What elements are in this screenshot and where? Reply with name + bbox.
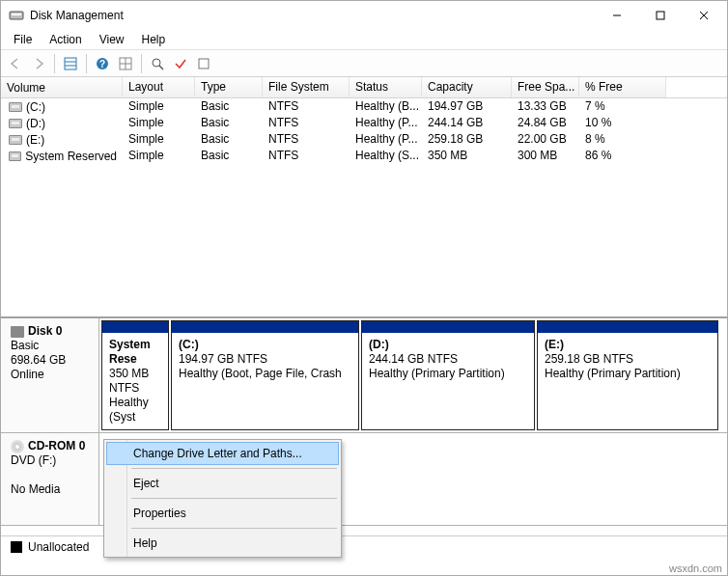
partition-size: 194.97 GB NTFS bbox=[179, 352, 267, 366]
partition-size: 244.14 GB NTFS bbox=[369, 352, 458, 366]
partition-header-bar bbox=[362, 321, 534, 333]
legend-swatch-unallocated bbox=[11, 541, 22, 553]
pct-cell: 8 % bbox=[579, 131, 666, 148]
volume-header-row: Volume Layout Type File System Status Ca… bbox=[1, 77, 727, 98]
volume-name: (E:) bbox=[26, 133, 44, 147]
list-view-icon[interactable] bbox=[60, 53, 81, 74]
free-cell: 300 MB bbox=[512, 148, 579, 164]
context-menu-separator bbox=[131, 528, 337, 529]
back-icon[interactable] bbox=[5, 53, 26, 74]
type-cell: Basic bbox=[195, 148, 263, 164]
table-row[interactable]: (E:)SimpleBasicNTFSHealthy (P...259.18 G… bbox=[1, 131, 727, 148]
disk-info-line: No Media bbox=[11, 482, 91, 497]
partition-header-bar bbox=[102, 321, 168, 333]
partition-title: (C:) bbox=[179, 338, 199, 351]
partition[interactable]: (E:)259.18 GB NTFSHealthy (Primary Parti… bbox=[537, 320, 718, 430]
fs-cell: NTFS bbox=[263, 131, 350, 148]
disk-info-line: 698.64 GB bbox=[11, 353, 91, 368]
partition-title: (D:) bbox=[369, 338, 389, 351]
pct-cell: 10 % bbox=[579, 115, 666, 131]
capacity-cell: 194.97 GB bbox=[422, 98, 512, 115]
disk-title: CD-ROM 0 bbox=[28, 439, 85, 453]
partition-size: 350 MB NTFS bbox=[109, 367, 149, 395]
drive-icon bbox=[9, 151, 21, 161]
capacity-cell: 350 MB bbox=[422, 148, 512, 164]
check-icon[interactable] bbox=[170, 53, 191, 74]
free-cell: 22.00 GB bbox=[512, 131, 579, 148]
capacity-cell: 259.18 GB bbox=[422, 131, 512, 148]
capacity-cell: 244.14 GB bbox=[422, 115, 512, 131]
col-volume[interactable]: Volume bbox=[1, 77, 123, 97]
table-row[interactable]: (C:)SimpleBasicNTFSHealthy (B...194.97 G… bbox=[1, 98, 727, 115]
close-button[interactable] bbox=[682, 2, 725, 29]
toolbar-separator bbox=[141, 54, 142, 73]
svg-rect-16 bbox=[199, 59, 209, 69]
partition-size: 259.18 GB NTFS bbox=[545, 352, 633, 366]
free-cell: 24.84 GB bbox=[512, 115, 579, 131]
minimize-button[interactable] bbox=[595, 2, 638, 29]
partition-title: (E:) bbox=[545, 338, 564, 351]
drive-icon bbox=[9, 102, 22, 112]
type-cell: Basic bbox=[195, 115, 263, 131]
drive-icon bbox=[9, 135, 22, 145]
context-menu-item[interactable]: Properties bbox=[106, 502, 339, 525]
partition-header-bar bbox=[538, 321, 717, 333]
menu-help[interactable]: Help bbox=[133, 31, 175, 48]
menubar: File Action View Help bbox=[1, 30, 727, 50]
disk-title: Disk 0 bbox=[28, 324, 62, 339]
maximize-button[interactable] bbox=[638, 2, 682, 29]
menu-view[interactable]: View bbox=[91, 31, 133, 48]
context-menu-item[interactable]: Eject bbox=[106, 472, 339, 495]
pct-cell: 86 % bbox=[579, 148, 666, 164]
legend-label-unallocated: Unallocated bbox=[28, 540, 89, 554]
menu-file[interactable]: File bbox=[5, 31, 41, 48]
partition-title: System Rese bbox=[109, 338, 151, 366]
context-menu-separator bbox=[131, 468, 337, 469]
col-filesystem[interactable]: File System bbox=[263, 77, 350, 97]
cd-icon bbox=[11, 440, 24, 453]
drive-icon bbox=[9, 119, 22, 128]
search-icon[interactable] bbox=[147, 53, 168, 74]
menu-action[interactable]: Action bbox=[41, 31, 90, 48]
grid-icon[interactable] bbox=[115, 53, 136, 74]
volume-name: (D:) bbox=[26, 117, 45, 130]
table-row[interactable]: (D:)SimpleBasicNTFSHealthy (P...244.14 G… bbox=[1, 115, 727, 131]
col-layout[interactable]: Layout bbox=[123, 77, 195, 97]
status-cell: Healthy (B... bbox=[350, 98, 422, 115]
partition-status: Healthy (Primary Partition) bbox=[545, 367, 681, 380]
disk-info-line: Online bbox=[11, 368, 91, 382]
disk-label[interactable]: CD-ROM 0DVD (F:) No Media bbox=[1, 433, 99, 525]
context-menu-item[interactable]: Change Drive Letter and Paths... bbox=[106, 442, 339, 465]
col-freespace[interactable]: Free Spa... bbox=[512, 77, 579, 97]
partition-status: Healthy (Syst bbox=[109, 396, 149, 424]
partition[interactable]: (D:)244.14 GB NTFSHealthy (Primary Parti… bbox=[361, 320, 535, 430]
col-pctfree[interactable]: % Free bbox=[579, 77, 666, 97]
toolbar-separator bbox=[54, 54, 55, 73]
toolbar: ? bbox=[1, 50, 727, 77]
help-icon[interactable]: ? bbox=[92, 53, 113, 74]
disk-info-line: DVD (F:) bbox=[11, 453, 91, 468]
context-menu-item[interactable]: Help bbox=[106, 532, 339, 555]
partition[interactable]: System Rese350 MB NTFSHealthy (Syst bbox=[101, 320, 169, 430]
layout-cell: Simple bbox=[123, 98, 195, 115]
refresh-icon[interactable] bbox=[193, 53, 214, 74]
forward-icon[interactable] bbox=[28, 53, 49, 74]
fs-cell: NTFS bbox=[263, 98, 350, 115]
window-title: Disk Management bbox=[30, 9, 595, 22]
svg-rect-3 bbox=[657, 12, 664, 19]
context-menu: Change Drive Letter and Paths...EjectPro… bbox=[103, 439, 342, 558]
volume-list-body[interactable]: (C:)SimpleBasicNTFSHealthy (B...194.97 G… bbox=[1, 98, 727, 316]
table-row[interactable]: System ReservedSimpleBasicNTFSHealthy (S… bbox=[1, 148, 727, 164]
col-status[interactable]: Status bbox=[350, 77, 422, 97]
svg-rect-1 bbox=[12, 14, 21, 15]
col-capacity[interactable]: Capacity bbox=[422, 77, 512, 97]
fs-cell: NTFS bbox=[263, 115, 350, 131]
col-type[interactable]: Type bbox=[195, 77, 263, 97]
svg-line-15 bbox=[159, 66, 163, 69]
toolbar-separator bbox=[86, 54, 87, 73]
svg-rect-6 bbox=[65, 58, 76, 69]
disk-label[interactable]: Disk 0Basic698.64 GBOnline bbox=[1, 318, 99, 432]
partition[interactable]: (C:)194.97 GB NTFSHealthy (Boot, Page Fi… bbox=[171, 320, 359, 430]
context-menu-separator bbox=[131, 498, 337, 499]
svg-text:?: ? bbox=[99, 59, 105, 69]
